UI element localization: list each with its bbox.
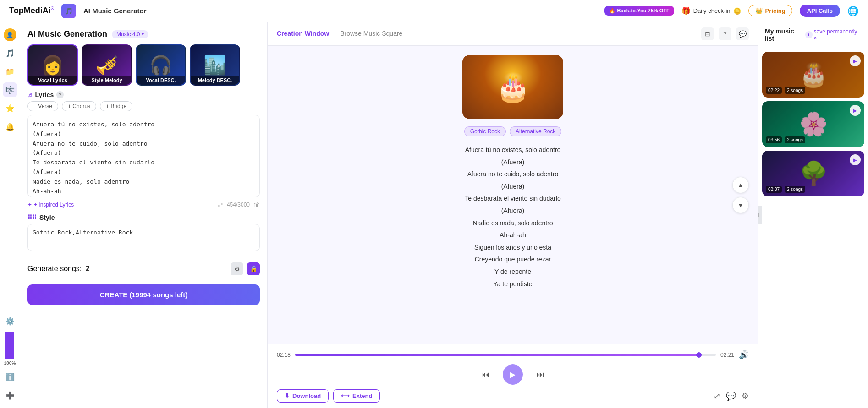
sidebar-add-icon[interactable]: ➕ (3, 388, 17, 403)
style-section-title: ⠿⠿ Style (27, 214, 55, 221)
music-card-1-info: 02:22 2 songs (766, 87, 805, 94)
extend-button[interactable]: ⟷ Extend (333, 389, 380, 403)
inspired-lyrics-button[interactable]: ✦ + Inspired Lyrics (27, 201, 74, 208)
lyrics-section: ♬ Lyrics ? + Verse + Chorus + Bridge Afu… (27, 91, 260, 208)
progress-thumb (696, 352, 702, 358)
scroll-up-button[interactable]: ▲ (732, 177, 749, 193)
style-section-header: ⠿⠿ Style (27, 214, 260, 221)
center-tabs: Creation Window Browse Music Square ⊟ ? … (268, 22, 758, 46)
sidebar-active-icon[interactable]: 🎼 (3, 82, 17, 97)
music-card-3-songs: 2 songs (785, 186, 805, 193)
song-content: 🎂 Gothic Rock Alternative Rock Afuera tú… (268, 46, 758, 344)
shuffle-icon[interactable]: ⇄ (218, 201, 223, 208)
lyrics-help-icon[interactable]: ? (56, 91, 64, 98)
promo-banner[interactable]: 🔥 Back-to-You 75% OFF (604, 6, 674, 16)
sidebar-percent: 100% (4, 332, 16, 366)
user-avatar: 👤 (4, 28, 16, 41)
share-icon[interactable]: ⤢ (714, 391, 720, 401)
player-progress: 02:18 02:21 🔊 (277, 350, 749, 360)
scroll-down-button[interactable]: ▼ (732, 197, 749, 213)
music-type-melody-desc[interactable]: 🏙️ Melody DESC. (190, 44, 240, 86)
pricing-button[interactable]: 👑 Pricing (748, 5, 792, 16)
song-tags: Gothic Rock Alternative Rock (464, 126, 562, 136)
music-card-1[interactable]: 🎂 ▶ 02:22 2 songs (762, 52, 864, 98)
tab-browse-music[interactable]: Browse Music Square (340, 23, 402, 44)
tab-settings-icon[interactable]: ⊟ (701, 27, 714, 40)
sidebar-tools-icon[interactable]: ⚙️ (3, 314, 17, 328)
sidebar-bell-icon[interactable]: 🔔 (3, 119, 17, 134)
logo-text: TopMediAi® (9, 6, 54, 16)
generate-label: Generate songs: 2 (27, 265, 90, 273)
tab-help-icon[interactable]: ? (719, 27, 731, 40)
tab-creation-window[interactable]: Creation Window (277, 23, 329, 44)
download-icon: ⬇ (285, 392, 290, 399)
structure-buttons: + Verse + Chorus + Bridge (27, 101, 260, 111)
sidebar-folder-icon[interactable]: 📁 (3, 64, 17, 79)
verse-button[interactable]: + Verse (27, 101, 58, 111)
melody-desc-label: Melody DESC. (191, 76, 239, 85)
comment-icon[interactable]: 💬 (726, 391, 736, 401)
skip-forward-button[interactable]: ⏭ (532, 366, 549, 383)
delete-lyrics-icon[interactable]: 🗑 (253, 201, 260, 208)
music-card-1-time: 02:22 (766, 87, 782, 94)
daily-checkin[interactable]: 🎁 Daily check-in 🪙 (681, 6, 741, 15)
play-pause-button[interactable]: ▶ (503, 364, 523, 385)
music-card-2-info: 03:56 2 songs (766, 136, 805, 143)
api-calls-button[interactable]: API Calls (800, 5, 840, 17)
music-type-style-melody[interactable]: 🎺 Style Melody (82, 44, 132, 86)
player-controls: ⏮ ▶ ⏭ (277, 364, 749, 385)
music-card-2-play-icon[interactable]: ▶ (850, 105, 861, 116)
music-version-badge[interactable]: Music 4.0 ▾ (112, 30, 148, 38)
chorus-button[interactable]: + Chorus (62, 101, 96, 111)
right-panel-title: My music list (765, 27, 805, 42)
music-card-1-play-icon[interactable]: ▶ (850, 55, 861, 66)
info-icon: ℹ (805, 31, 813, 38)
save-permanently-button[interactable]: ℹ save permanently » (805, 28, 862, 41)
bridge-button[interactable]: + Bridge (100, 101, 132, 111)
scroll-controls: ▲ ▼ (732, 177, 749, 213)
sidebar-info-icon[interactable]: ℹ️ (3, 370, 17, 384)
style-textarea[interactable]: Gothic Rock,Alternative Rock (27, 224, 260, 251)
panel-header: AI Music Generation Music 4.0 ▾ (27, 29, 260, 39)
lyrics-icon: ♬ (27, 91, 33, 98)
style-melody-label: Style Melody (82, 76, 131, 85)
right-panel: 《 My music list ℹ save permanently » 🎂 ▶… (758, 22, 868, 408)
music-card-2-songs: 2 songs (785, 136, 805, 143)
tab-discord-icon[interactable]: 💬 (736, 27, 749, 40)
lyrics-section-header: ♬ Lyrics ? (27, 91, 260, 98)
progress-bar[interactable] (295, 354, 716, 356)
language-globe-icon[interactable]: 🌐 (847, 5, 859, 16)
lyrics-actions: ⇄ 454/3000 🗑 (218, 201, 260, 208)
music-card-3-play-icon[interactable]: ▶ (850, 154, 861, 165)
settings-icon[interactable]: ⚙ (742, 391, 749, 401)
lyrics-textarea[interactable]: Afuera tú no existes, solo adentro (Afue… (27, 115, 260, 197)
sidebar-music-icon[interactable]: 🎵 (3, 46, 17, 60)
panel-title: AI Music Generation (27, 29, 107, 39)
lyrics-footer: ✦ + Inspired Lyrics ⇄ 454/3000 🗑 (27, 201, 260, 208)
extend-icon: ⟷ (341, 392, 350, 399)
create-button[interactable]: CREATE (19994 songs left) (27, 284, 260, 305)
music-card-2[interactable]: 🌸 ▶ 03:56 2 songs (762, 101, 864, 147)
tag-alternative-rock: Alternative Rock (510, 126, 561, 136)
song-album-art: 🎂 (462, 55, 563, 119)
skip-back-button[interactable]: ⏮ (477, 366, 494, 383)
music-type-vocal-lyrics[interactable]: 👩 Vocal Lyrics (27, 44, 78, 86)
left-panel: AI Music Generation Music 4.0 ▾ 👩 Vocal … (20, 22, 268, 408)
vocal-desc-label: Vocal DESC. (137, 76, 185, 85)
music-type-vocal-desc[interactable]: 🎧 Vocal DESC. (136, 44, 186, 86)
volume-icon[interactable]: 🔊 (739, 350, 749, 360)
top-navigation: TopMediAi® 🎵 AI Music Generator 🔥 Back-t… (0, 0, 868, 22)
download-button[interactable]: ⬇ Download (277, 389, 329, 403)
music-card-3[interactable]: 🌳 ▶ 02:37 2 songs (762, 151, 864, 196)
sidebar-star-icon[interactable]: ⭐ (3, 101, 17, 115)
player-action-buttons: ⬇ Download ⟷ Extend (277, 389, 380, 403)
sidebar-avatar[interactable]: 👤 (3, 27, 17, 42)
right-panel-header: My music list ℹ save permanently » (758, 22, 868, 48)
album-art-inner: 🎂 (462, 55, 563, 119)
generate-settings-icon[interactable]: ⚙ (231, 262, 243, 275)
collapse-panel-button[interactable]: 《 (758, 206, 762, 224)
generate-lock-icon[interactable]: 🔒 (247, 262, 260, 275)
generate-row: Generate songs: 2 ⚙ 🔒 (27, 262, 260, 275)
app-title: AI Music Generator (83, 7, 147, 15)
center-tab-actions: ⊟ ? 💬 (701, 27, 749, 40)
